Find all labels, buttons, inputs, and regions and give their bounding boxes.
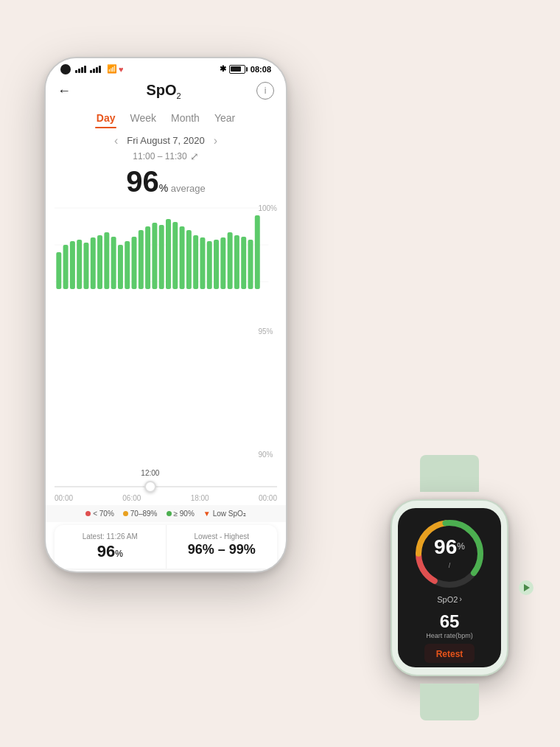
watch-body: 96% / SpO2 › 65 Heart rate(bpm) Retest [391,499,508,676]
svg-rect-19 [166,219,171,289]
gauge-unit: % [457,541,465,551]
stats-row: Latest: 11:26 AM 96% Lowest - Highest 96… [55,525,277,569]
spo2-unit: % [159,182,168,194]
legend-label-alert: Low SpO₂ [213,510,246,518]
timeline-thumb-label: 12:00 [141,469,159,477]
watch-spo2-arrow[interactable]: › [459,595,461,603]
retest-label: Retest [436,649,463,659]
legend-dot-low [85,511,91,516]
tab-bar: Day Week Month Year [46,105,286,128]
back-button[interactable]: ← [57,83,71,99]
watch-spo2-label: SpO2 [437,595,458,604]
timeline-thumb[interactable]: 12:00 [144,481,156,493]
svg-rect-30 [241,237,246,289]
svg-rect-16 [145,226,150,289]
svg-rect-11 [111,237,116,289]
stat-range-label: Lowest - Highest [175,532,269,541]
spo2-gauge: 96% / [413,517,486,591]
tab-day[interactable]: Day [95,109,117,128]
chart-area: 100% 95% 90% [46,201,286,479]
watch-screen: 96% / SpO2 › 65 Heart rate(bpm) Retest [398,508,501,667]
y-label-95: 95% [258,327,277,336]
stat-range: Lowest - Highest 96% – 99% [167,525,278,569]
legend-label-mid: 70–89% [130,510,158,518]
retest-button[interactable]: Retest [424,644,475,663]
watch-hr-value: 65 [440,611,460,632]
svg-rect-26 [214,240,219,289]
app-title: SpO2 [146,82,181,100]
watch-strap-top [420,455,479,492]
signal-bar-1 [75,70,77,73]
watch-spo2-label-row: SpO2 › [437,595,461,604]
stat-latest-label-row: Latest: 11:26 AM [63,532,157,541]
camera [60,64,71,74]
svg-rect-17 [152,223,157,289]
svg-rect-22 [186,230,192,289]
svg-rect-24 [200,237,205,289]
x-label-6: 06:00 [122,494,141,502]
phone: 📶 ♥ ✱ 08:08 ← SpO2 i [44,57,287,573]
signal-bar-5 [90,70,92,73]
app-header: ← SpO2 i [46,77,286,105]
chart-y-labels: 100% 95% 90% [258,204,277,459]
stat-latest-number: 96 [97,542,115,560]
svg-rect-21 [180,226,185,289]
svg-rect-31 [248,240,253,289]
prev-date-button[interactable]: ‹ [114,134,118,147]
watch-strap-bottom [420,684,479,720]
current-date: Fri August 7, 2020 [127,135,205,146]
info-button[interactable]: i [256,82,274,100]
tab-month[interactable]: Month [169,109,201,128]
spo2-value: 96 [126,165,159,198]
spo2-label: average [168,183,206,194]
svg-rect-10 [104,232,109,289]
status-time: 08:08 [251,65,271,74]
main-value-display: 96% average [46,164,286,201]
timeline-x-labels: 00:00 06:00 18:00 00:00 [55,494,277,505]
legend-label-low: < 70% [93,510,114,518]
svg-rect-5 [70,241,75,289]
gauge-sub: / [449,562,451,569]
legend-dot-mid [123,511,128,516]
stat-latest-unit: % [115,549,123,559]
signal-bar-3 [81,67,83,73]
svg-rect-4 [63,245,69,289]
timeline-line [55,486,277,487]
legend-item-mid: 70–89% [123,510,158,518]
signal-bar-7 [96,67,98,73]
svg-rect-15 [139,230,144,289]
app-title-sub: 2 [177,91,181,100]
scene: 📶 ♥ ✱ 08:08 ← SpO2 i [22,42,538,706]
x-label-0: 00:00 [55,494,73,502]
tab-year[interactable]: Year [213,109,237,128]
date-nav: ‹ Fri August 7, 2020 › [46,128,286,149]
status-right: ✱ 08:08 [220,64,271,74]
svg-rect-3 [56,252,61,289]
legend-label-high: ≥ 90% [174,510,195,518]
svg-rect-18 [159,225,164,289]
signal-bar-4 [84,66,86,73]
svg-rect-25 [207,241,212,289]
time-range-text: 11:00 – 11:30 [133,151,186,161]
chart-legend: < 70% 70–89% ≥ 90% ▼ Low SpO₂ [46,505,286,522]
signal-bar-8 [99,66,101,73]
next-date-button[interactable]: › [214,134,217,147]
signal-bar-2 [78,69,80,73]
stat-latest-value-row: 96% [63,542,157,561]
expand-icon[interactable]: ⤢ [190,150,199,162]
phone-screen: 📶 ♥ ✱ 08:08 ← SpO2 i [46,58,286,571]
svg-rect-9 [97,235,102,289]
signal-bars-2 [90,66,101,73]
watch-play-button[interactable] [519,580,533,595]
svg-rect-27 [220,237,225,289]
time-range: 11:00 – 11:30 ⤢ [46,149,286,164]
x-label-12: 18:00 [191,494,209,502]
legend-alert-icon: ▼ [203,510,211,518]
legend-dot-high [167,511,172,516]
svg-rect-13 [125,241,130,289]
tab-week[interactable]: Week [128,109,158,128]
svg-rect-12 [118,245,123,289]
watch-button[interactable] [507,577,508,599]
y-label-90: 90% [258,451,277,459]
timeline-track[interactable]: 12:00 [55,479,277,494]
